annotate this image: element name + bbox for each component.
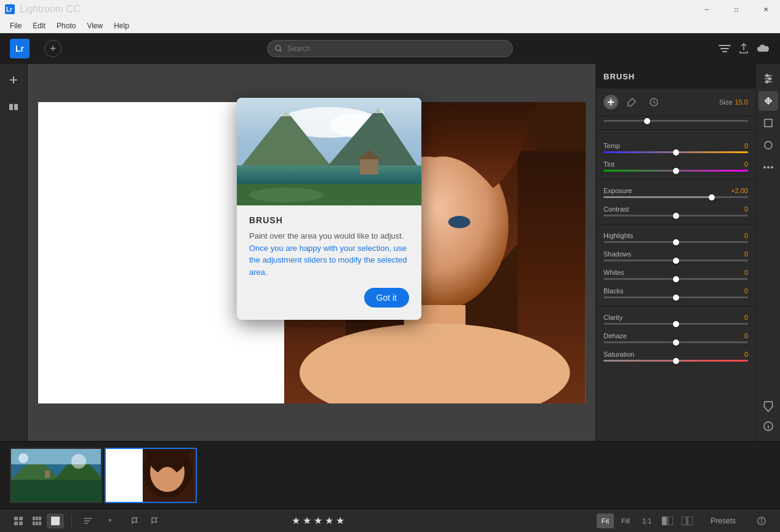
filter-down-button[interactable]: ▼ <box>101 514 119 528</box>
menu-view[interactable]: View <box>82 20 108 31</box>
svg-rect-37 <box>608 101 614 103</box>
compare-view-button[interactable] <box>659 514 676 528</box>
menu-edit[interactable]: Edit <box>28 20 50 31</box>
svg-rect-4 <box>718 45 731 46</box>
brush-add-button[interactable] <box>603 95 618 109</box>
sidebar-add-button[interactable] <box>2 69 25 91</box>
star-3[interactable]: ★ <box>314 515 322 526</box>
svg-rect-31 <box>360 159 378 175</box>
flag2-button[interactable] <box>146 514 163 528</box>
got-it-button[interactable]: Got it <box>364 288 409 308</box>
tint-thumb[interactable] <box>673 168 679 174</box>
temp-slider-track[interactable] <box>603 151 748 153</box>
single-view-button[interactable] <box>47 514 64 528</box>
contrast-slider-row: Contrast 0 <box>596 202 755 220</box>
menu-help[interactable]: Help <box>109 20 134 31</box>
star-1[interactable]: ★ <box>292 515 300 526</box>
menu-photo[interactable]: Photo <box>52 20 81 31</box>
split-view-button[interactable] <box>679 514 696 528</box>
clarity-slider-row: Clarity 0 <box>596 310 755 328</box>
shadows-thumb[interactable] <box>673 258 679 264</box>
saturation-label: Saturation <box>603 351 634 358</box>
crop-icon-btn[interactable] <box>758 113 778 133</box>
svg-rect-81 <box>668 517 673 525</box>
star-2[interactable]: ★ <box>303 515 311 526</box>
svg-rect-72 <box>39 517 41 520</box>
multi-view-button[interactable] <box>28 514 46 528</box>
plus-icon <box>9 75 18 85</box>
svg-rect-9 <box>9 104 13 110</box>
shadows-slider-track[interactable] <box>603 260 748 261</box>
close-button[interactable]: ✕ <box>752 0 780 18</box>
svg-rect-73 <box>33 522 35 525</box>
search-input[interactable] <box>287 44 505 53</box>
film-thumb-landscape[interactable] <box>10 448 102 503</box>
zoom-fit-button[interactable]: Fit <box>597 514 614 528</box>
zoom-fill-button[interactable]: Fill <box>616 514 635 528</box>
star-4[interactable]: ★ <box>325 515 333 526</box>
size-slider-thumb[interactable] <box>644 118 650 124</box>
dehaze-thumb[interactable] <box>673 339 679 346</box>
dehaze-label: Dehaze <box>603 332 627 339</box>
more-icon-btn[interactable] <box>758 157 778 177</box>
top-toolbar: Lr + <box>0 33 780 64</box>
zoom-1to1-button[interactable]: 1:1 <box>637 514 656 528</box>
exposure-slider-track[interactable] <box>603 196 748 198</box>
split-icon <box>682 517 693 525</box>
minimize-button[interactable]: ─ <box>693 0 721 18</box>
contrast-thumb[interactable] <box>673 213 679 219</box>
highlights-slider-row: Highlights 0 <box>596 228 755 247</box>
grid-view-button[interactable] <box>10 514 27 528</box>
clarity-slider-track[interactable] <box>603 323 748 325</box>
svg-rect-46 <box>765 119 772 127</box>
brush-erase-button[interactable] <box>623 93 640 111</box>
exposure-value: +2,00 <box>731 187 748 194</box>
svg-rect-82 <box>682 517 686 525</box>
panel-header: BRUSH <box>596 64 755 89</box>
tint-label: Tint <box>603 161 615 168</box>
contrast-slider-track[interactable] <box>603 215 748 216</box>
tint-slider-row: Tint 0 <box>596 157 755 175</box>
sidebar-library-button[interactable] <box>2 96 25 118</box>
whites-thumb[interactable] <box>673 276 679 282</box>
menu-file[interactable]: File <box>5 20 26 31</box>
exposure-thumb[interactable] <box>709 194 715 200</box>
star-5[interactable]: ★ <box>336 515 344 526</box>
size-slider-track[interactable] <box>603 120 748 122</box>
tag-icon-btn[interactable] <box>758 397 778 416</box>
highlights-slider-track[interactable] <box>603 241 748 243</box>
brush-flow-button[interactable] <box>645 93 663 111</box>
share-icon[interactable] <box>738 43 749 54</box>
highlights-thumb[interactable] <box>673 239 679 245</box>
adjust-icon-btn[interactable] <box>758 69 778 89</box>
healing-icon-btn[interactable] <box>758 91 778 111</box>
add-button[interactable]: + <box>44 40 62 57</box>
highlights-value: 0 <box>744 232 748 239</box>
sort-button[interactable] <box>79 514 97 528</box>
cloud-icon[interactable] <box>757 43 770 54</box>
clarity-thumb[interactable] <box>673 321 679 327</box>
info-button[interactable] <box>753 514 770 528</box>
temp-slider-row: Temp 0 <box>596 138 755 157</box>
adjust-icon <box>763 73 774 84</box>
svg-point-19 <box>448 216 471 228</box>
svg-point-53 <box>768 424 768 424</box>
saturation-thumb[interactable] <box>673 358 679 364</box>
film-thumb-portrait[interactable] <box>105 448 197 503</box>
dehaze-slider-track[interactable] <box>603 341 748 343</box>
tint-slider-track[interactable] <box>603 170 748 172</box>
presets-button[interactable]: Presets <box>701 514 746 528</box>
blacks-slider-track[interactable] <box>603 296 748 298</box>
flag-button[interactable] <box>126 514 143 528</box>
multi-icon <box>33 517 41 525</box>
blacks-slider-row: Blacks 0 <box>596 284 755 302</box>
whites-slider-track[interactable] <box>603 278 748 280</box>
blacks-thumb[interactable] <box>673 295 679 301</box>
circle-icon-btn[interactable] <box>758 135 778 155</box>
info-icon-btn[interactable] <box>758 416 778 436</box>
saturation-slider-track[interactable] <box>603 360 748 362</box>
maximize-button[interactable]: □ <box>722 0 750 18</box>
temp-thumb[interactable] <box>673 149 679 156</box>
svg-point-34 <box>341 191 403 204</box>
filter-icon[interactable] <box>718 44 731 54</box>
